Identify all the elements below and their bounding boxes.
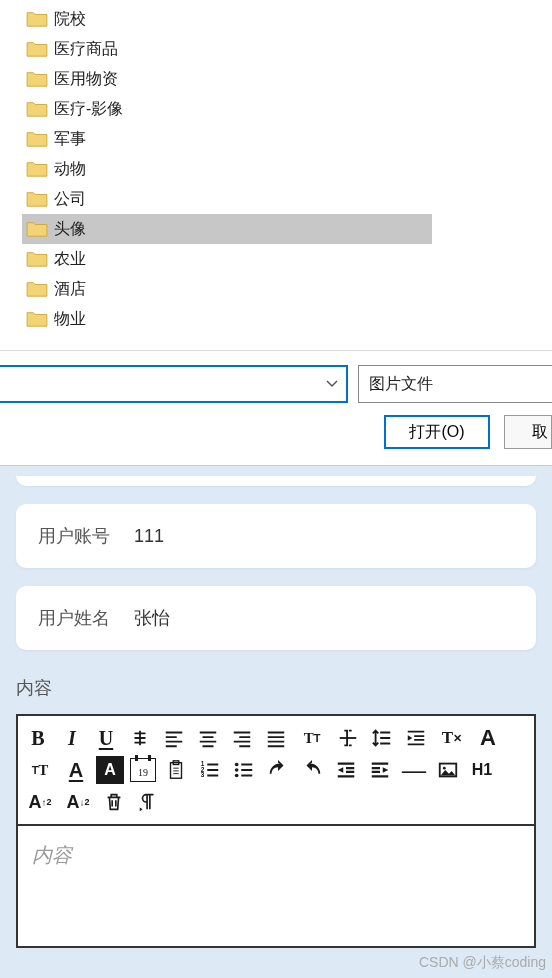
folder-item[interactable]: 公司 (22, 184, 552, 214)
folder-item[interactable]: 酒店 (22, 274, 552, 304)
user-account-card: 用户账号 111 (16, 504, 536, 568)
user-account-value: 111 (134, 526, 164, 547)
folder-label: 酒店 (54, 279, 86, 300)
folder-item[interactable]: 物业 (22, 304, 552, 334)
outdent-left-icon[interactable] (332, 756, 360, 784)
folder-item[interactable]: 农业 (22, 244, 552, 274)
folder-item[interactable]: 医用物资 (22, 64, 552, 94)
font-family-icon[interactable]: A (474, 724, 502, 752)
user-form: 用户账号 111 用户姓名 张怡 (0, 466, 552, 672)
editor-toolbar: B I U TT T✕ A TT A A 19 123 — (18, 716, 534, 826)
folder-item[interactable]: 动物 (22, 154, 552, 184)
folder-icon (26, 100, 48, 118)
folder-icon (26, 40, 48, 58)
editor-placeholder: 内容 (32, 844, 72, 866)
dialog-controls: 图片文件 打开(O) 取 (0, 350, 552, 465)
folder-label: 医用物资 (54, 69, 118, 90)
text-cursor-icon[interactable] (334, 724, 362, 752)
folder-icon (26, 70, 48, 88)
folder-icon (26, 310, 48, 328)
line-height-icon[interactable] (368, 724, 396, 752)
paragraph-direction-icon[interactable] (134, 788, 162, 816)
folder-item[interactable]: 院校 (22, 4, 552, 34)
folder-label: 军事 (54, 129, 86, 150)
background-color-icon[interactable]: A (96, 756, 124, 784)
editor-textarea[interactable]: 内容 (18, 826, 534, 946)
svg-point-5 (235, 763, 239, 767)
folder-icon (26, 160, 48, 178)
folder-label: 头像 (54, 219, 86, 240)
user-name-label: 用户姓名 (38, 606, 134, 630)
superscript-decrease-icon[interactable]: A↓2 (62, 788, 94, 816)
font-size-icon[interactable]: TT (296, 724, 328, 752)
font-color-icon[interactable]: A (62, 756, 90, 784)
folder-icon (26, 280, 48, 298)
trash-icon[interactable] (100, 788, 128, 816)
content-heading: 内容 (16, 676, 536, 700)
align-center-icon[interactable] (194, 724, 222, 752)
folder-icon (26, 250, 48, 268)
cancel-label: 取 (532, 422, 548, 443)
folder-list: 院校 医疗商品 医用物资 医疗-影像 军事 动物 公司 头像 (0, 4, 552, 344)
italic-icon[interactable]: I (58, 724, 86, 752)
user-name-card: 用户姓名 张怡 (16, 586, 536, 650)
folder-icon (26, 190, 48, 208)
folder-item[interactable]: 医疗商品 (22, 34, 552, 64)
content-section: 内容 B I U TT T✕ A TT A A 19 123 (0, 672, 552, 952)
folder-item[interactable]: 军事 (22, 124, 552, 154)
folder-icon (26, 220, 48, 238)
unordered-list-icon[interactable] (230, 756, 258, 784)
folder-item[interactable]: 医疗-影像 (22, 94, 552, 124)
outdent-right-icon[interactable] (366, 756, 394, 784)
folder-label: 动物 (54, 159, 86, 180)
folder-label: 农业 (54, 249, 86, 270)
align-left-icon[interactable] (160, 724, 188, 752)
filename-input[interactable] (0, 370, 318, 398)
filter-label: 图片文件 (369, 374, 433, 395)
file-dialog: 院校 医疗商品 医用物资 医疗-影像 军事 动物 公司 头像 (0, 0, 552, 466)
folder-label: 院校 (54, 9, 86, 30)
strikethrough-icon[interactable] (126, 724, 154, 752)
folder-label: 医疗商品 (54, 39, 118, 60)
align-justify-icon[interactable] (262, 724, 290, 752)
svg-point-7 (235, 774, 239, 778)
clipboard-icon[interactable] (162, 756, 190, 784)
user-account-label: 用户账号 (38, 524, 134, 548)
ordered-list-icon[interactable]: 123 (196, 756, 224, 784)
underline-icon[interactable]: U (92, 724, 120, 752)
folder-label: 医疗-影像 (54, 99, 123, 120)
folder-label: 公司 (54, 189, 86, 210)
indent-icon[interactable] (402, 724, 430, 752)
image-icon[interactable] (434, 756, 462, 784)
heading-icon[interactable]: H1 (468, 756, 496, 784)
rich-text-editor: B I U TT T✕ A TT A A 19 123 — (16, 714, 536, 948)
text-scale-icon[interactable]: TT (24, 756, 56, 784)
folder-item-selected[interactable]: 头像 (22, 214, 432, 244)
folder-label: 物业 (54, 309, 86, 330)
align-right-icon[interactable] (228, 724, 256, 752)
watermark: CSDN @小蔡coding (419, 954, 546, 972)
folder-icon (26, 130, 48, 148)
svg-point-6 (235, 768, 239, 772)
user-name-value: 张怡 (134, 606, 170, 630)
cancel-button[interactable]: 取 (504, 415, 552, 449)
filename-combobox[interactable] (0, 365, 348, 403)
folder-icon (26, 10, 48, 28)
svg-point-9 (443, 767, 446, 770)
clear-format-icon[interactable]: T✕ (436, 724, 468, 752)
file-type-filter[interactable]: 图片文件 (358, 365, 552, 403)
card-fragment (16, 476, 536, 486)
redo-icon[interactable] (298, 756, 326, 784)
superscript-increase-icon[interactable]: A↑2 (24, 788, 56, 816)
undo-icon[interactable] (264, 756, 292, 784)
open-button[interactable]: 打开(O) (384, 415, 490, 449)
horizontal-rule-icon[interactable]: — (400, 756, 428, 784)
bold-icon[interactable]: B (24, 724, 52, 752)
chevron-down-icon[interactable] (318, 367, 346, 401)
calendar-icon[interactable]: 19 (130, 758, 156, 782)
svg-text:3: 3 (201, 771, 205, 778)
